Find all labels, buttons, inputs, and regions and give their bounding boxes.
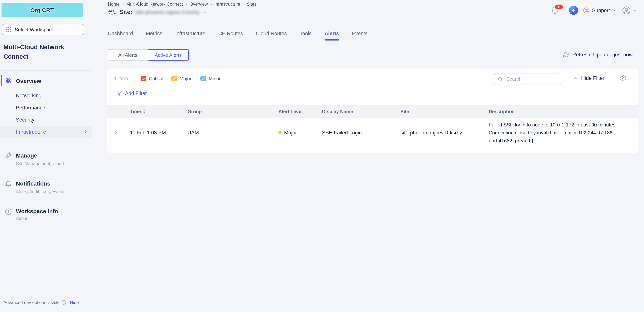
column-header-group[interactable]: Group [188,109,278,114]
advanced-nav-status: Advanced nav options visible [4,300,60,305]
notifications-bell-button[interactable]: 9+ [550,6,558,14]
gear-icon[interactable] [620,75,626,82]
grid-9dots-icon [6,27,11,32]
column-header-time[interactable]: Time [130,109,188,114]
hide-advanced-nav-link[interactable]: Hide [70,300,79,305]
sidebar-item-manage[interactable]: Manage [16,152,37,159]
severity-filter-major[interactable]: Major [171,76,192,81]
all-alerts-button[interactable]: All Alerts [108,49,148,61]
site-label: Site: [119,9,132,15]
tab-dashboard[interactable]: Dashboard [108,31,133,39]
table-row[interactable]: 11 Feb 1:08 PM UAM Major SSH Failed Logi… [107,118,638,147]
checkbox-critical[interactable] [140,76,146,81]
tab-tools[interactable]: Tools [300,31,312,39]
tab-cloud-routes[interactable]: Cloud Routes [256,31,287,39]
main-area: Home › Multi-Cloud Network Connect › Ove… [92,0,644,312]
grid-overview-icon [5,78,11,83]
tab-ce-routes[interactable]: CE Routes [218,31,243,39]
sidebar-divider [0,229,92,229]
checkbox-minor[interactable] [200,76,206,81]
cell-site: site-phoenix-rajeev-0-ksrhy [400,130,489,135]
bell-icon [5,181,12,187]
sidebar-footer: Advanced nav options visible Hide [0,294,92,305]
chevron-down-icon [633,8,637,12]
tab-alerts[interactable]: Alerts [324,31,339,39]
sort-icon[interactable] [143,109,146,114]
cell-group: UAM [188,130,278,135]
tab-events[interactable]: Events [352,31,368,39]
select-workspace-button[interactable]: Select Workspace [2,24,84,35]
site-title-row: aws Site: site-phoenix-rajeev-0-ksrhy [108,9,207,15]
add-filter-button[interactable]: Add Filter [116,90,147,96]
breadcrumb-overview[interactable]: Overview [190,2,208,6]
sparkle-icon: ✦ [572,7,576,13]
notification-count-badge: 9+ [554,3,564,10]
aws-icon: aws [108,9,116,15]
tab-infrastructure[interactable]: Infrastructure [175,31,205,39]
sidebar-item-infrastructure[interactable]: Infrastructure [0,126,92,138]
support-menu[interactable]: Support [583,7,617,13]
sidebar-notifications-subtitle: Alerts, Audit Logs, Events [16,189,66,194]
user-menu[interactable] [622,6,637,14]
search-box [494,73,562,84]
chevron-down-icon [612,8,617,12]
sidebar-divider [0,70,92,71]
cell-time: 11 Feb 1:08 PM [130,130,188,135]
breadcrumb: Home › Multi-Cloud Network Connect › Ove… [108,2,256,6]
sidebar-item-notifications[interactable]: Notifications [16,180,50,187]
active-section-indicator [1,75,2,86]
column-header-alert-level[interactable]: Alert Level [278,109,322,114]
sidebar-item-networking[interactable]: Networking [0,89,92,101]
sidebar-workspace-info-subtitle: About [16,216,27,221]
org-banner-label: Org CRT [30,7,54,13]
app-root: Org CRT Select Workspace Multi-Cloud Net… [0,0,644,312]
alerts-panel: 1 item Critical Major [107,68,638,153]
column-header-description[interactable]: Description [489,109,631,114]
svg-text:aws: aws [108,9,114,13]
sidebar-item-security[interactable]: Security [0,114,92,126]
chevron-right-icon [83,129,88,134]
hide-filter-button[interactable]: Hide Filter [573,75,604,81]
info-icon [5,208,12,215]
checkbox-major[interactable] [171,76,177,81]
topbar-actions: 9+ ✦ Support [550,4,637,16]
page-tabs: Dashboard Metrics Infrastructure CE Rout… [108,31,368,39]
lifebuoy-icon [583,7,589,13]
refresh-status[interactable]: Refresh: Updated just now [563,52,633,57]
severity-filter-minor[interactable]: Minor [200,76,221,81]
info-icon [62,300,66,305]
severity-filter-critical[interactable]: Critical [140,76,163,81]
column-header-site[interactable]: Site [400,109,489,114]
row-divider [113,147,631,147]
breadcrumb-infrastructure[interactable]: Infrastructure [214,2,240,6]
wrench-icon [5,152,12,159]
chevron-up-icon [573,76,578,81]
active-alerts-button[interactable]: Active Alerts [148,49,189,61]
sidebar: Org CRT Select Workspace Multi-Cloud Net… [0,0,92,312]
sidebar-overview-label: Overview [16,77,41,84]
cell-display-name: SSH Failed Login [322,130,400,135]
severity-dot [278,131,282,134]
breadcrumb-mcn-connect[interactable]: Multi-Cloud Network Connect [126,2,183,6]
row-expand-chevron-icon[interactable] [113,130,130,135]
sidebar-item-overview[interactable]: Overview [0,75,92,87]
column-header-display-name[interactable]: Display Name [322,109,400,114]
tab-metrics[interactable]: Metrics [146,31,162,39]
sidebar-divider [0,146,92,146]
cell-description: Failed SSH login to node ip-10-0-1-172 i… [489,121,622,144]
select-workspace-label: Select Workspace [15,27,54,32]
workspace-title: Multi-Cloud Network Connect [4,42,85,61]
ai-assistant-button[interactable]: ✦ [569,6,578,15]
breadcrumb-home[interactable]: Home [108,2,120,6]
breadcrumb-separator: › [122,2,124,6]
breadcrumb-sites[interactable]: Sites [247,2,256,6]
sidebar-item-workspace-info[interactable]: Workspace Info [16,208,58,214]
breadcrumb-separator: › [243,2,244,6]
sidebar-item-performance[interactable]: Performance [0,101,92,114]
alerts-filter-row: 1 item Critical Major [107,73,638,84]
topbar-divider [564,6,564,15]
chevron-down-icon[interactable] [202,10,207,14]
search-input[interactable] [505,75,556,82]
org-banner: Org CRT [2,3,82,17]
refresh-icon [563,52,569,57]
